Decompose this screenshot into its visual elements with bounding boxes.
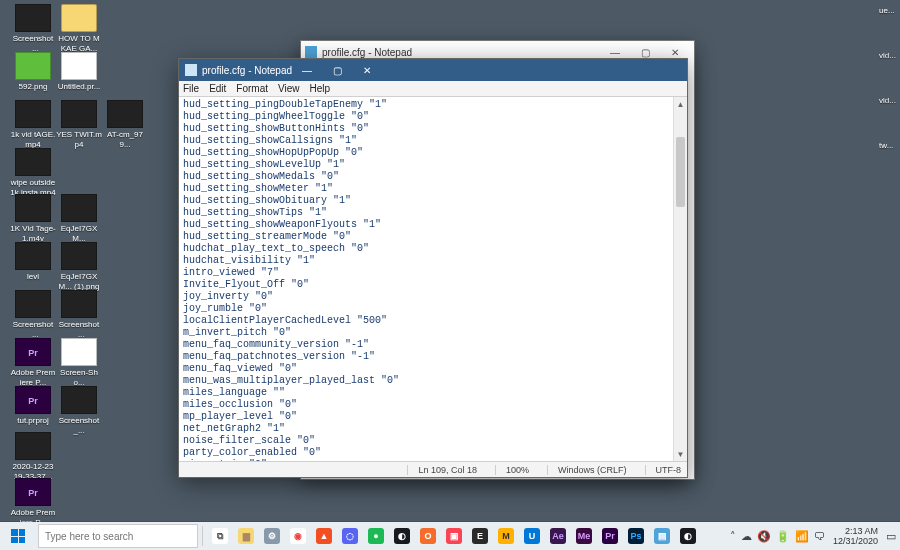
window-title: profile.cfg - Notepad bbox=[202, 65, 292, 76]
desktop-icon[interactable]: 1K Vid Tage-1.m4v bbox=[10, 194, 56, 244]
menu-format[interactable]: Format bbox=[236, 83, 268, 94]
taskbar-clock[interactable]: 2:13 AM 12/31/2020 bbox=[829, 526, 882, 546]
ubisoft-icon: U bbox=[524, 528, 540, 544]
taskbar-spotify[interactable]: ● bbox=[363, 523, 389, 549]
taskbar-steam[interactable]: ◐ bbox=[389, 523, 415, 549]
desktop-icon[interactable]: Screenshot_... bbox=[10, 4, 56, 54]
desktop-icon-label: tut.prproj bbox=[10, 416, 56, 426]
taskbar-discord[interactable]: ◌ bbox=[337, 523, 363, 549]
desktop-icon[interactable]: PrAdobe Premiere P... bbox=[10, 338, 56, 388]
desktop-icon-thumb bbox=[61, 338, 97, 366]
desktop-icon-label: Screenshot_... bbox=[10, 34, 56, 54]
discord-icon: ◌ bbox=[342, 528, 358, 544]
tray-icon[interactable]: 🔇 bbox=[757, 530, 771, 543]
desktop-icon-label: 1K Vid Tage-1.m4v bbox=[10, 224, 56, 244]
desktop-icon[interactable]: AT-cm_979... bbox=[102, 100, 148, 150]
tray-icon[interactable]: 🔋 bbox=[776, 530, 790, 543]
desktop-icon[interactable]: PrAdobe Premiere P... bbox=[10, 478, 56, 528]
taskbar-settings[interactable]: ⚙ bbox=[259, 523, 285, 549]
taskbar-medal[interactable]: M bbox=[493, 523, 519, 549]
taskbar-steam2[interactable]: ◐ bbox=[675, 523, 701, 549]
desktop-icon[interactable]: Screenshot_... bbox=[56, 290, 102, 340]
desktop-icon-label: levi bbox=[10, 272, 56, 282]
desktop-icon[interactable]: 2020-12-23 19-33-37... bbox=[10, 432, 56, 482]
desktop-icon[interactable]: Untitled.pr... bbox=[56, 52, 102, 92]
taskbar-valorant[interactable]: ▣ bbox=[441, 523, 467, 549]
desktop-icon-thumb bbox=[15, 100, 51, 128]
close-button[interactable]: ✕ bbox=[352, 60, 382, 80]
media-encoder-icon: Me bbox=[576, 528, 592, 544]
taskbar-ubisoft[interactable]: U bbox=[519, 523, 545, 549]
menu-file[interactable]: File bbox=[183, 83, 199, 94]
taskbar-media-encoder[interactable]: Me bbox=[571, 523, 597, 549]
notepad-icon bbox=[305, 46, 317, 58]
scroll-thumb[interactable] bbox=[676, 137, 685, 207]
desktop-icon-thumb bbox=[61, 386, 97, 414]
taskbar-photoshop[interactable]: Ps bbox=[623, 523, 649, 549]
clock-time: 2:13 AM bbox=[833, 526, 878, 536]
notifications-icon[interactable]: ▭ bbox=[886, 530, 896, 543]
windows-logo-icon bbox=[11, 529, 25, 543]
tray-icon[interactable]: 📶 bbox=[795, 530, 809, 543]
desktop-icon-thumb bbox=[15, 4, 51, 32]
desktop-icon[interactable]: Screen-Sho... bbox=[56, 338, 102, 388]
desktop-icon-thumb bbox=[15, 52, 51, 80]
taskbar-chrome[interactable]: ◉ bbox=[285, 523, 311, 549]
tray-icon[interactable]: ˄ bbox=[730, 530, 736, 543]
taskbar-epic-games[interactable]: E bbox=[467, 523, 493, 549]
taskbar-notepad-task[interactable]: ▤ bbox=[649, 523, 675, 549]
desktop-icon[interactable]: HOW TO MKAE GA... bbox=[56, 4, 102, 54]
desktop-icon-thumb: Pr bbox=[15, 386, 51, 414]
photoshop-icon: Ps bbox=[628, 528, 644, 544]
desktop-icon-label: 1k vid tAGE.mp4 bbox=[10, 130, 56, 150]
status-bar: Ln 109, Col 18 100% Windows (CRLF) UTF-8 bbox=[179, 461, 687, 477]
desktop-icon-label: vid... bbox=[879, 51, 896, 60]
scroll-down-icon[interactable]: ▼ bbox=[674, 447, 687, 461]
tray-icon[interactable]: 🗨 bbox=[814, 530, 825, 543]
taskbar-origin[interactable]: O bbox=[415, 523, 441, 549]
taskbar: Type here to search ⧉▆⚙◉▲◌●◐O▣EMUAeMePrP… bbox=[0, 522, 900, 550]
menu-view[interactable]: View bbox=[278, 83, 300, 94]
steam-icon: ◐ bbox=[394, 528, 410, 544]
menu-help[interactable]: Help bbox=[310, 83, 331, 94]
desktop-icon-thumb bbox=[61, 100, 97, 128]
taskbar-task-view[interactable]: ⧉ bbox=[207, 523, 233, 549]
desktop-icon-label: Screen-Sho... bbox=[56, 368, 102, 388]
search-placeholder: Type here to search bbox=[45, 531, 133, 542]
vertical-scrollbar[interactable]: ▲ ▼ bbox=[673, 97, 687, 461]
desktop-icon[interactable]: levi bbox=[10, 242, 56, 282]
desktop-icon-label: AT-cm_979... bbox=[102, 130, 148, 150]
notepad-icon bbox=[185, 64, 197, 76]
search-input[interactable]: Type here to search bbox=[38, 524, 198, 548]
desktop-icon[interactable]: 592.png bbox=[10, 52, 56, 92]
status-encoding: UTF-8 bbox=[645, 465, 682, 475]
desktop-icon[interactable]: Screenshot_... bbox=[10, 290, 56, 340]
desktop-icon-thumb bbox=[61, 52, 97, 80]
taskbar-after-effects[interactable]: Ae bbox=[545, 523, 571, 549]
desktop-icon[interactable]: YES TWIT.mp4 bbox=[56, 100, 102, 150]
desktop-icon[interactable]: EqJeI7GXM... bbox=[56, 194, 102, 244]
clock-date: 12/31/2020 bbox=[833, 536, 878, 546]
taskbar-file-explorer[interactable]: ▆ bbox=[233, 523, 259, 549]
editor-textarea[interactable]: hud_setting_pingDoubleTapEnemy "1" hud_s… bbox=[179, 97, 673, 461]
taskbar-premiere[interactable]: Pr bbox=[597, 523, 623, 549]
tray-icon[interactable]: ☁ bbox=[741, 530, 752, 543]
desktop-icon-thumb bbox=[15, 290, 51, 318]
brave-icon: ▲ bbox=[316, 528, 332, 544]
titlebar[interactable]: profile.cfg - Notepad — ▢ ✕ bbox=[179, 59, 687, 81]
desktop-icon-label: vid... bbox=[879, 96, 896, 105]
desktop-icon-label: tw... bbox=[879, 141, 896, 150]
scroll-up-icon[interactable]: ▲ bbox=[674, 97, 687, 111]
desktop-icon[interactable]: Screenshot_... bbox=[56, 386, 102, 436]
start-button[interactable] bbox=[0, 522, 36, 550]
desktop-icon[interactable]: EqJeI7GXM... (1).png bbox=[56, 242, 102, 292]
desktop-icon-thumb bbox=[107, 100, 143, 128]
minimize-button[interactable]: — bbox=[292, 60, 322, 80]
taskbar-brave[interactable]: ▲ bbox=[311, 523, 337, 549]
desktop-icon-label: 592.png bbox=[10, 82, 56, 92]
menu-edit[interactable]: Edit bbox=[209, 83, 226, 94]
desktop-icon[interactable]: Prtut.prproj bbox=[10, 386, 56, 426]
desktop-icon-label: Adobe Premiere P... bbox=[10, 368, 56, 388]
maximize-button[interactable]: ▢ bbox=[322, 60, 352, 80]
desktop-icon[interactable]: 1k vid tAGE.mp4 bbox=[10, 100, 56, 150]
